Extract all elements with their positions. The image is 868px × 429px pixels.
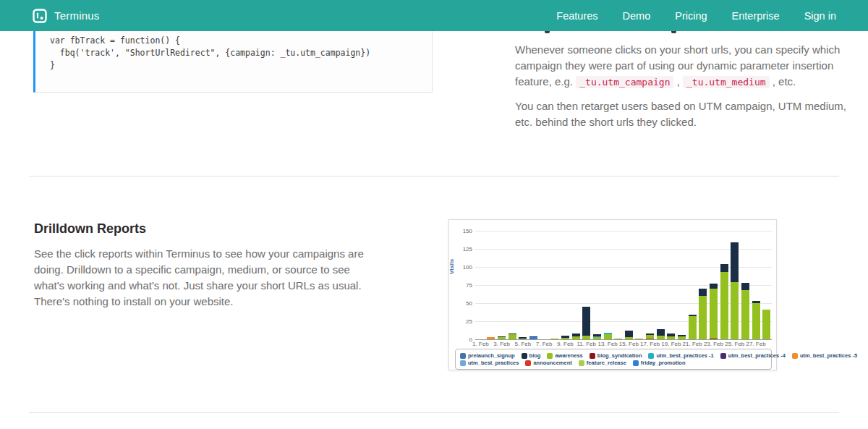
stacked-bar-22-feb[interactable] bbox=[699, 289, 707, 339]
retargeting-text-column: Whenever someone clicks on your short ur… bbox=[515, 31, 846, 130]
stacked-bar-25-feb[interactable] bbox=[731, 242, 739, 339]
utm-campaign-inline-code: _tu.utm_campaign bbox=[576, 76, 673, 88]
bar-segment-awareness[interactable] bbox=[614, 339, 622, 339]
bar-segment-awareness[interactable] bbox=[519, 339, 527, 339]
bar-segment-awareness[interactable] bbox=[657, 336, 665, 339]
stacked-bar-12-feb[interactable] bbox=[593, 334, 601, 339]
legend-item-blog[interactable]: blog bbox=[522, 352, 541, 359]
legend-item-announcement[interactable]: announcement bbox=[525, 360, 571, 366]
bar-segment-awareness[interactable] bbox=[699, 296, 707, 339]
brand-name: Terminus bbox=[54, 9, 99, 22]
bar-segment-utm_best_practices -5[interactable] bbox=[487, 337, 495, 339]
bar-segment-awareness[interactable] bbox=[689, 316, 697, 339]
stacked-bar-23-feb[interactable] bbox=[710, 284, 718, 339]
x-axis-tick-label: 13. Feb bbox=[597, 341, 617, 347]
bar-segment-awareness[interactable] bbox=[561, 338, 569, 339]
x-axis-line bbox=[475, 339, 772, 340]
chart-y-axis-title: Visits bbox=[448, 259, 455, 274]
x-axis-tick-label: 23. Feb bbox=[704, 341, 723, 347]
stacked-bar-6-feb[interactable] bbox=[529, 336, 537, 339]
stacked-bar-10-feb[interactable] bbox=[572, 334, 580, 339]
legend-label: utm_best_practices bbox=[468, 360, 519, 366]
visits-stacked-bar-chart[interactable]: 0255075100125150 bbox=[475, 231, 772, 339]
stacked-bar-5-feb[interactable] bbox=[519, 337, 527, 339]
stacked-bar-28-feb[interactable] bbox=[762, 310, 770, 339]
bar-segment-awareness[interactable] bbox=[625, 337, 633, 339]
x-axis-labels: 1. Feb3. Feb5. Feb7. Feb9. Feb11. Feb13.… bbox=[475, 341, 772, 348]
bar-segment-blog_syndication[interactable] bbox=[710, 339, 718, 339]
bar-segment-awareness[interactable] bbox=[604, 334, 612, 339]
stacked-bar-4-feb[interactable] bbox=[509, 334, 516, 339]
stacked-bar-16-feb[interactable] bbox=[635, 339, 643, 339]
stacked-bar-14-feb[interactable] bbox=[614, 339, 622, 339]
legend-item-utm_best_practices[interactable]: utm_best_practices bbox=[460, 360, 519, 366]
bar-segment-awareness[interactable] bbox=[720, 272, 728, 339]
legend-item-utm_best_practices-1[interactable]: utm_best_practices -1 bbox=[648, 352, 713, 359]
bar-segment-blog[interactable] bbox=[720, 264, 728, 272]
bar-segment-awareness[interactable] bbox=[635, 339, 643, 339]
stacked-bar-18-feb[interactable] bbox=[657, 329, 665, 339]
bar-segment-blog[interactable] bbox=[731, 242, 739, 282]
stacked-bar-26-feb[interactable] bbox=[741, 283, 749, 339]
bar-segment-awareness[interactable] bbox=[731, 282, 739, 339]
legend-item-utm_best_practices-5[interactable]: utm_best_practices -5 bbox=[792, 352, 857, 359]
nav-enterprise[interactable]: Enterprise bbox=[732, 10, 780, 22]
brand-logo[interactable]: Terminus bbox=[33, 9, 99, 23]
stacked-bar-3-feb[interactable] bbox=[498, 336, 506, 339]
x-axis-tick-label: 9. Feb bbox=[557, 341, 574, 347]
legend-row: prelaunch_signupblogawarenessblog_syndic… bbox=[460, 352, 767, 359]
stacked-bar-8-feb[interactable] bbox=[550, 339, 558, 339]
bar-segment-awareness[interactable] bbox=[550, 339, 558, 339]
bar-segment-awareness[interactable] bbox=[762, 310, 770, 339]
legend-item-friday_promotion[interactable]: friday_promotion bbox=[633, 360, 686, 366]
bar-segment-awareness[interactable] bbox=[667, 336, 675, 339]
stacked-bar-17-feb[interactable] bbox=[646, 334, 654, 339]
bar-segment-awareness[interactable] bbox=[741, 290, 749, 339]
bar-segment-awareness[interactable] bbox=[498, 337, 506, 339]
stacked-bar-13-feb[interactable] bbox=[604, 333, 612, 339]
stacked-bar-15-feb[interactable] bbox=[625, 331, 633, 339]
bar-segment-awareness[interactable] bbox=[593, 337, 601, 339]
nav-demo[interactable]: Demo bbox=[623, 10, 651, 22]
legend-item-utm_best_practices-4[interactable]: utm_best_practices -4 bbox=[720, 352, 786, 359]
bar-segment-blog[interactable] bbox=[625, 331, 633, 337]
x-axis-tick-label: 15. Feb bbox=[619, 341, 639, 347]
legend-swatch-icon bbox=[648, 353, 654, 359]
legend-item-feature_release[interactable]: feature_release bbox=[579, 360, 626, 366]
legend-swatch-icon bbox=[460, 360, 466, 366]
bar-segment-blog[interactable] bbox=[741, 283, 749, 290]
retargeting-paragraph-2: You can then retarget users based on UTM… bbox=[515, 98, 846, 130]
bar-segment-awareness[interactable] bbox=[678, 336, 686, 339]
stacked-bar-9-feb[interactable] bbox=[561, 336, 569, 339]
bar-segment-friday_promotion[interactable] bbox=[529, 337, 537, 339]
bar-segment-blog[interactable] bbox=[582, 307, 590, 336]
y-axis-tick-label: 25 bbox=[456, 318, 472, 325]
stacked-bar-24-feb[interactable] bbox=[720, 264, 728, 339]
bar-segment-blog[interactable] bbox=[710, 284, 718, 289]
stacked-bar-19-feb[interactable] bbox=[667, 334, 675, 339]
bar-segment-announcement[interactable] bbox=[646, 339, 654, 339]
bar-segment-awareness[interactable] bbox=[710, 289, 718, 339]
stacked-bar-20-feb[interactable] bbox=[678, 335, 686, 339]
retargeting-paragraph-1: Whenever someone clicks on your short ur… bbox=[515, 42, 846, 90]
bar-segment-awareness[interactable] bbox=[509, 334, 516, 339]
bar-segment-awareness[interactable] bbox=[582, 336, 590, 339]
legend-label: feature_release bbox=[587, 360, 626, 366]
legend-label: utm_best_practices -5 bbox=[800, 352, 857, 359]
x-axis-tick-label: 5. Feb bbox=[515, 341, 532, 347]
bar-segment-blog[interactable] bbox=[657, 329, 665, 336]
nav-features[interactable]: Features bbox=[556, 10, 597, 22]
nav-sign-in[interactable]: Sign in bbox=[804, 10, 836, 22]
bar-segment-blog[interactable] bbox=[699, 289, 707, 296]
nav-pricing[interactable]: Pricing bbox=[675, 10, 707, 22]
legend-item-prelaunch_signup[interactable]: prelaunch_signup bbox=[460, 352, 515, 359]
legend-label: prelaunch_signup bbox=[468, 352, 515, 359]
bar-segment-awareness[interactable] bbox=[572, 336, 580, 339]
stacked-bar-2-feb[interactable] bbox=[487, 337, 495, 339]
stacked-bar-21-feb[interactable] bbox=[689, 315, 697, 339]
legend-item-blog_syndication[interactable]: blog_syndication bbox=[590, 352, 642, 359]
stacked-bar-27-feb[interactable] bbox=[752, 301, 760, 339]
legend-item-awareness[interactable]: awareness bbox=[547, 352, 582, 359]
bar-segment-awareness[interactable] bbox=[752, 303, 760, 339]
stacked-bar-11-feb[interactable] bbox=[582, 307, 590, 339]
